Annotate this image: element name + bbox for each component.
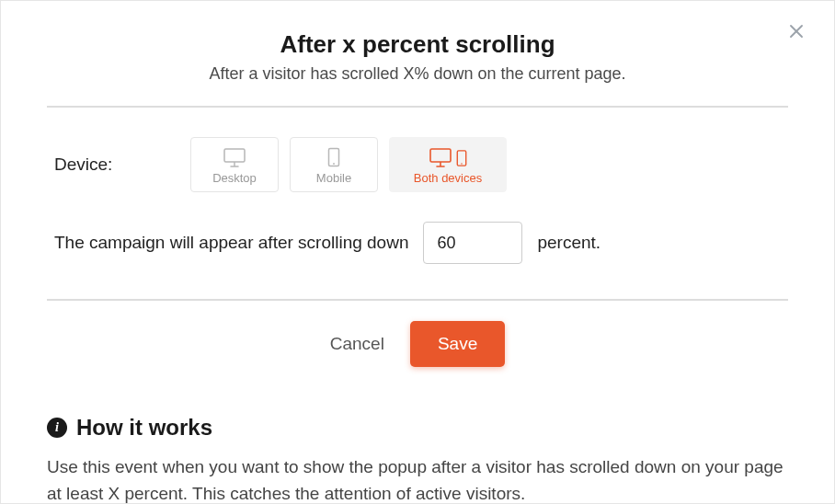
- device-option-mobile[interactable]: Mobile: [290, 137, 378, 192]
- desktop-icon: [429, 147, 452, 167]
- save-button[interactable]: Save: [410, 321, 505, 367]
- desktop-icon: [223, 147, 246, 167]
- mobile-icon: [327, 147, 340, 167]
- scroll-before-text: The campaign will appear after scrolling…: [54, 233, 408, 253]
- how-it-works-body: Use this event when you want to show the…: [47, 453, 788, 504]
- device-option-both-label: Both devices: [414, 171, 482, 185]
- dialog-title: After x percent scrolling: [47, 30, 788, 59]
- device-row: Device: Desktop: [47, 108, 788, 211]
- dialog-subtitle: After a visitor has scrolled X% down on …: [47, 64, 788, 84]
- how-it-works-section: i How it works Use this event when you w…: [47, 380, 788, 504]
- actions-row: Cancel Save: [47, 301, 788, 380]
- dialog-header: After x percent scrolling After a visito…: [47, 1, 788, 106]
- scroll-percent-input[interactable]: [423, 222, 522, 264]
- close-button[interactable]: [788, 23, 806, 41]
- svg-point-6: [333, 163, 335, 165]
- svg-rect-2: [224, 149, 245, 162]
- mobile-icon: [456, 149, 467, 167]
- device-option-desktop[interactable]: Desktop: [190, 137, 279, 192]
- how-it-works-title: How it works: [76, 415, 212, 441]
- cancel-button[interactable]: Cancel: [330, 334, 384, 354]
- svg-point-11: [461, 163, 463, 165]
- device-option-both[interactable]: Both devices: [389, 137, 507, 192]
- device-option-mobile-label: Mobile: [316, 171, 351, 185]
- scroll-after-text: percent.: [537, 233, 601, 253]
- scroll-row: The campaign will appear after scrolling…: [47, 211, 788, 299]
- device-options: Desktop Mobile: [190, 137, 507, 192]
- svg-rect-7: [430, 149, 451, 162]
- device-option-desktop-label: Desktop: [212, 171, 257, 185]
- device-label: Device:: [54, 155, 190, 175]
- close-icon: [788, 23, 805, 40]
- info-icon: i: [47, 418, 67, 438]
